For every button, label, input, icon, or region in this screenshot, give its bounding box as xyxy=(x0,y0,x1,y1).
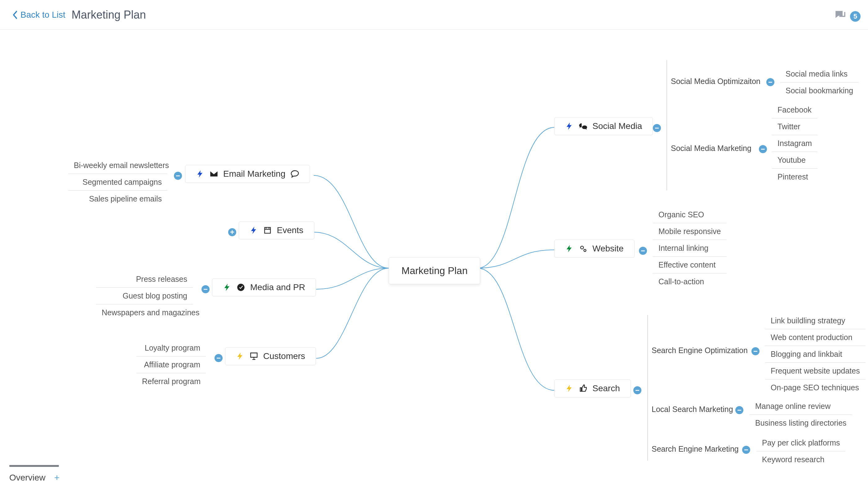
comment-icon xyxy=(291,170,299,178)
leaf-item[interactable]: Youtube xyxy=(772,152,818,169)
collapse-toggle[interactable]: − xyxy=(751,347,760,355)
leaf-item[interactable]: Pinterest xyxy=(772,169,818,185)
tab-indicator xyxy=(9,465,59,467)
leaf-item[interactable]: Segmented campaigns xyxy=(68,174,167,191)
back-to-list-link[interactable]: Back to List xyxy=(12,10,65,20)
bolt-icon xyxy=(236,352,245,360)
node-search[interactable]: Search xyxy=(554,379,631,398)
leaf-item[interactable]: Effective content xyxy=(653,257,727,274)
leaf-item[interactable]: Instagram xyxy=(772,135,818,152)
subgroup-label[interactable]: Social Media Marketing xyxy=(671,144,751,153)
bolt-icon xyxy=(196,170,205,178)
chevron-left-icon xyxy=(12,11,18,19)
node-website[interactable]: Website xyxy=(554,239,635,258)
collapse-toggle[interactable]: − xyxy=(742,446,750,454)
node-root[interactable]: Marketing Plan xyxy=(389,257,480,284)
expand-toggle[interactable]: + xyxy=(228,228,236,236)
back-label: Back to List xyxy=(20,10,65,20)
wechat-icon xyxy=(579,122,587,130)
leaf-item[interactable]: Call-to-action xyxy=(653,274,727,290)
node-email-marketing[interactable]: Email Marketing xyxy=(185,165,310,183)
bolt-icon xyxy=(565,244,574,253)
leaf-group-media: Press releases Guest blog posting Newspa… xyxy=(96,271,193,321)
mindmap-canvas[interactable]: Marketing Plan Email Marketing − Bi-week… xyxy=(0,30,868,464)
leaf-item[interactable]: Twitter xyxy=(772,119,818,135)
bolt-icon xyxy=(565,384,574,393)
leaf-item[interactable]: Facebook xyxy=(772,102,818,119)
presentation-icon xyxy=(250,352,258,360)
comments-icon[interactable] xyxy=(834,9,847,24)
node-media-pr[interactable]: Media and PR xyxy=(212,278,316,296)
subgroup-label[interactable]: Search Engine Optimization xyxy=(652,346,748,355)
leaf-group-smo: Social media links Social bookmarking xyxy=(780,66,859,99)
bolt-icon xyxy=(250,226,258,235)
collapse-toggle[interactable]: − xyxy=(215,354,222,362)
leaf-item[interactable]: Social media links xyxy=(780,66,859,82)
node-social-media[interactable]: Social Media xyxy=(554,117,653,135)
leaf-item[interactable]: Loyalty program xyxy=(136,340,206,356)
leaf-item[interactable]: Internal linking xyxy=(653,240,727,257)
node-customers[interactable]: Customers xyxy=(225,347,316,365)
leaf-item[interactable]: Social bookmarking xyxy=(780,82,859,99)
bolt-icon xyxy=(565,122,574,130)
leaf-item[interactable]: Press releases xyxy=(96,271,193,288)
group-bar xyxy=(666,60,667,190)
leaf-item[interactable]: Newspapers and magazines xyxy=(96,305,193,321)
subgroup-label[interactable]: Social Media Optimizaiton xyxy=(671,77,760,86)
bolt-icon xyxy=(223,283,232,292)
leaf-item[interactable]: Guest blog posting xyxy=(96,288,193,305)
svg-point-0 xyxy=(237,284,244,291)
leaf-item[interactable]: Bi-weekly email newsletters xyxy=(68,157,167,174)
leaf-item[interactable]: On-page SEO techniques xyxy=(765,379,866,396)
leaf-group-seo: Link buildling strategy Web content prod… xyxy=(765,312,866,396)
collapse-toggle[interactable]: − xyxy=(633,386,641,394)
leaf-item[interactable]: Mobile responsive xyxy=(653,223,727,240)
add-tab-button[interactable]: + xyxy=(54,472,60,483)
leaf-group-website: Organic SEO Mobile responsive Internal l… xyxy=(653,206,727,290)
leaf-group-local: Manage online review Business listing di… xyxy=(749,398,852,431)
leaf-group-sem: Pay per click platforms Keyword research xyxy=(756,435,846,468)
header: Back to List Marketing Plan 5 xyxy=(0,0,868,30)
calendar-icon xyxy=(263,226,272,235)
leaf-item[interactable]: Frequent website updates xyxy=(765,363,866,379)
gears-icon xyxy=(579,244,587,253)
collapse-toggle[interactable]: − xyxy=(735,406,743,414)
check-circle-icon xyxy=(236,283,245,292)
envelope-icon xyxy=(210,170,218,178)
bottom-bar: Overview + xyxy=(0,462,868,496)
leaf-item[interactable]: Sales pipeline emails xyxy=(68,191,167,207)
page-title: Marketing Plan xyxy=(72,9,146,21)
subgroup-label[interactable]: Search Engine Marketing xyxy=(652,445,739,453)
leaf-item[interactable]: Referral program xyxy=(136,373,206,390)
svg-point-2 xyxy=(584,249,586,251)
leaf-item[interactable]: Manage online review xyxy=(749,398,852,415)
leaf-item[interactable]: Organic SEO xyxy=(653,206,727,223)
group-bar xyxy=(647,315,648,461)
node-events[interactable]: Events xyxy=(239,221,314,239)
collapse-toggle[interactable]: − xyxy=(202,285,210,293)
leaf-item[interactable]: Business listing directories xyxy=(749,415,852,431)
connection-lines xyxy=(0,30,868,464)
svg-point-1 xyxy=(580,246,584,249)
leaf-item[interactable]: Pay per click platforms xyxy=(756,435,846,451)
collapse-toggle[interactable]: − xyxy=(759,145,767,153)
subgroup-label[interactable]: Local Search Marketing xyxy=(652,405,733,414)
leaf-item[interactable]: Link buildling strategy xyxy=(765,312,866,329)
leaf-item[interactable]: Blogging and linkbait xyxy=(765,346,866,363)
tab-overview[interactable]: Overview xyxy=(9,473,46,483)
collapse-toggle[interactable]: − xyxy=(766,78,774,86)
comment-count-badge[interactable]: 5 xyxy=(850,11,861,22)
collapse-toggle[interactable]: − xyxy=(174,172,182,180)
leaf-item[interactable]: Affiliate program xyxy=(136,356,206,373)
leaf-item[interactable]: Keyword research xyxy=(756,451,846,468)
leaf-group-customers: Loyalty program Affiliate program Referr… xyxy=(136,340,206,390)
collapse-toggle[interactable]: − xyxy=(653,124,661,132)
leaf-group-smm: Facebook Twitter Instagram Youtube Pinte… xyxy=(772,102,818,185)
leaf-group-email: Bi-weekly email newsletters Segmented ca… xyxy=(68,157,167,207)
leaf-item[interactable]: Web content production xyxy=(765,329,866,346)
collapse-toggle[interactable]: − xyxy=(639,247,647,255)
thumbs-up-icon xyxy=(579,384,587,393)
